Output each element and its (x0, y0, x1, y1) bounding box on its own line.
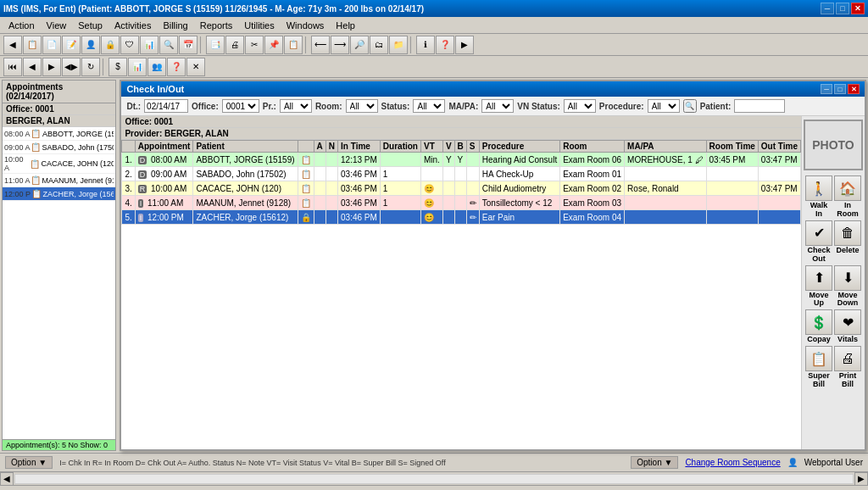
col-procedure[interactable]: Procedure (479, 141, 559, 153)
tb-btn-3[interactable]: 📄 (42, 36, 61, 54)
procedure-select[interactable]: All (648, 99, 680, 113)
option-btn-left[interactable]: Option ▼ (5, 456, 53, 469)
col-a[interactable]: A (314, 141, 326, 153)
left-appt-item-2[interactable]: 09:00 A 📋 SABADO, John (1750 (3, 141, 115, 154)
tb-btn-9[interactable]: 🔍 (159, 36, 178, 54)
tb-btn-19[interactable]: 🗂 (370, 36, 388, 54)
tb-btn-6[interactable]: 🔒 (101, 36, 120, 54)
tb-btn-10[interactable]: 📅 (179, 36, 198, 54)
menu-reports[interactable]: Reports (195, 19, 238, 32)
minimize-btn[interactable]: ─ (821, 3, 834, 14)
tb-btn-4[interactable]: 📝 (62, 36, 81, 54)
menu-help[interactable]: Help (331, 19, 360, 32)
left-appt-item-4[interactable]: 11:00 A 📋 MAANUM, Jennet (91 (3, 174, 115, 187)
tb-btn-20[interactable]: 📁 (389, 36, 408, 54)
tb-btn-22[interactable]: ❓ (436, 36, 454, 54)
menu-action[interactable]: Action (3, 19, 40, 32)
copay-btn[interactable]: 💲 (805, 309, 832, 335)
mapa-select[interactable]: All (481, 99, 514, 113)
tb-btn-7[interactable]: 🛡 (120, 36, 139, 54)
table-row-4[interactable]: 4. I 11:00 AM MAANUM, Jennet (9128) 📋 03… (122, 196, 801, 210)
office-select[interactable]: 0001 (222, 99, 259, 113)
tb-btn-11[interactable]: 📑 (206, 36, 225, 54)
tb2-btn-7[interactable]: 📊 (128, 58, 147, 76)
scroll-right-btn[interactable]: ▶ (854, 472, 868, 486)
menu-billing[interactable]: Billing (158, 19, 192, 32)
checkin-max-btn[interactable]: □ (834, 84, 846, 94)
col-roomtime[interactable]: Room Time (706, 141, 758, 153)
scroll-track[interactable] (14, 474, 854, 484)
move-up-btn[interactable]: ⬆ (805, 265, 832, 291)
menu-windows[interactable]: Windows (281, 19, 330, 32)
left-appt-item-5[interactable]: 12:00 P 📋 ZACHER, Jorge (156 (3, 187, 115, 201)
tb2-btn-5[interactable]: ↻ (81, 58, 100, 76)
tb-btn-14[interactable]: 📌 (264, 36, 283, 54)
tb-btn-1[interactable]: ◀ (3, 36, 22, 54)
tb-btn-12[interactable]: 🖨 (225, 36, 244, 54)
row1-v: Y (442, 153, 454, 167)
tb2-btn-9[interactable]: ❓ (167, 58, 186, 76)
table-row-2[interactable]: 2. D 09:00 AM SABADO, John (17502) 📋 03:… (122, 167, 801, 181)
table-row-5[interactable]: 5. I 12:00 PM ZACHER, Jorge (15612) 🔒 03… (122, 210, 801, 225)
maximize-btn[interactable]: □ (836, 3, 849, 14)
status-select[interactable]: All (413, 99, 445, 113)
col-n[interactable]: N (326, 141, 337, 153)
check-out-btn[interactable]: ✔ (805, 220, 832, 246)
move-down-btn[interactable]: ⬇ (834, 265, 861, 291)
option-btn-right[interactable]: Option ▼ (631, 456, 678, 469)
close-btn[interactable]: ✕ (851, 3, 865, 14)
col-patient[interactable]: Patient (193, 141, 298, 153)
change-room-link[interactable]: Change Room Sequence (685, 458, 780, 467)
col-v[interactable]: V (442, 141, 454, 153)
menu-utilities[interactable]: Utilities (239, 19, 279, 32)
tb2-btn-10[interactable]: ✕ (186, 58, 205, 76)
vitals-btn[interactable]: ❤ (834, 309, 861, 335)
checkin-min-btn[interactable]: ─ (821, 84, 832, 94)
tb2-btn-2[interactable]: ◀ (23, 58, 42, 76)
room-select[interactable]: All (346, 99, 378, 113)
col-duration[interactable]: Duration (380, 141, 420, 153)
col-appointment[interactable]: Appointment (135, 141, 193, 153)
left-appt-item-3[interactable]: 10:00 A 📋 CACACE, JOHN (120) (3, 154, 115, 174)
table-row-1[interactable]: 1. D 08:00 AM ABBOTT, JORGE (15159) 📋 12… (122, 153, 801, 167)
col-mapa[interactable]: MA/PA (625, 141, 706, 153)
print-bill-btn[interactable]: 🖨 (834, 346, 861, 371)
table-row-3[interactable]: 3. R 10:00 AM CACACE, JOHN (120) 📋 03:46… (122, 181, 801, 196)
tb-btn-15[interactable]: 📋 (284, 36, 303, 54)
tb-btn-18[interactable]: 🔎 (350, 36, 369, 54)
menu-activities[interactable]: Activities (109, 19, 156, 32)
col-outtime[interactable]: Out Time (758, 141, 800, 153)
checkin-close-btn[interactable]: ✕ (848, 84, 860, 94)
tb-btn-21[interactable]: ℹ (416, 36, 435, 54)
menu-view[interactable]: View (42, 19, 72, 32)
left-appt-item-1[interactable]: 08:00 A 📋 ABBOTT, JORGE (15 (3, 127, 115, 141)
tb-btn-5[interactable]: 👤 (81, 36, 100, 54)
scroll-left-btn[interactable]: ◀ (0, 472, 14, 486)
delete-btn[interactable]: 🗑 (834, 220, 861, 246)
walk-in-btn[interactable]: 🚶 (805, 175, 832, 201)
tb2-btn-6[interactable]: $ (108, 58, 127, 76)
tb-btn-23[interactable]: ▶ (455, 36, 474, 54)
col-vt[interactable]: VT (420, 141, 442, 153)
tb-btn-2[interactable]: 📋 (23, 36, 42, 54)
tb-btn-8[interactable]: 📊 (140, 36, 159, 54)
procedure-search-btn[interactable]: 🔍 (683, 99, 697, 113)
menu-setup[interactable]: Setup (73, 19, 108, 32)
tb2-btn-4[interactable]: ◀▶ (62, 58, 81, 76)
tb-btn-16[interactable]: ⟵ (311, 36, 330, 54)
vn-select[interactable]: All (564, 99, 596, 113)
tb2-btn-8[interactable]: 👥 (147, 58, 166, 76)
tb-btn-17[interactable]: ⟶ (331, 36, 349, 54)
patient-input[interactable] (734, 99, 785, 113)
col-intime[interactable]: In Time (338, 141, 381, 153)
dt-input[interactable] (144, 99, 188, 113)
col-b[interactable]: B (454, 141, 466, 153)
tb2-btn-1[interactable]: ⏮ (3, 58, 22, 76)
pr-select[interactable]: All (280, 99, 312, 113)
in-room-btn[interactable]: 🏠 (834, 175, 861, 201)
col-room[interactable]: Room (560, 141, 625, 153)
super-bill-btn[interactable]: 📋 (805, 346, 832, 371)
tb2-btn-3[interactable]: ▶ (42, 58, 61, 76)
col-s[interactable]: S (466, 141, 479, 153)
tb-btn-13[interactable]: ✂ (245, 36, 264, 54)
